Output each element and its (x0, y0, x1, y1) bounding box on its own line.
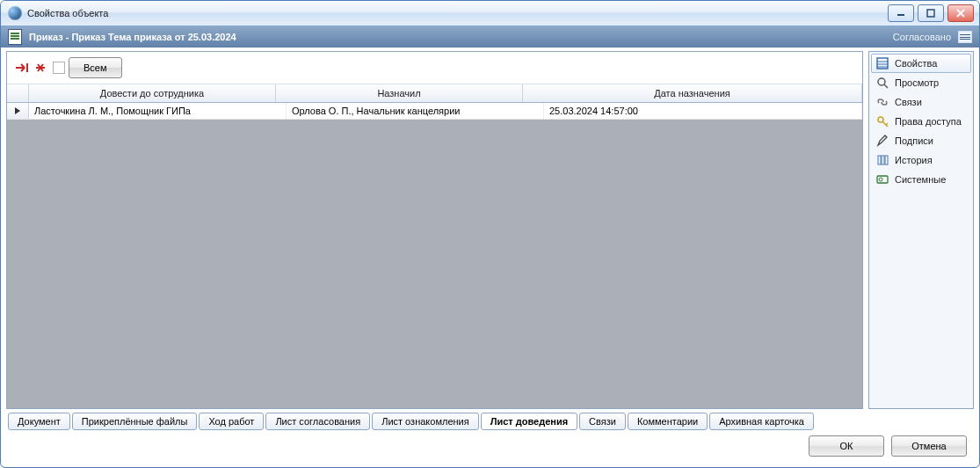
maximize-button[interactable] (918, 4, 944, 22)
svg-line-13 (884, 84, 888, 88)
document-status: Согласовано (893, 32, 951, 42)
sidenav-item-signatures[interactable]: Подписи (871, 131, 971, 150)
sidenav-item-preview[interactable]: Просмотр (871, 73, 971, 92)
tab-strip: Документ Прикреплённые файлы Ход работ Л… (6, 411, 974, 430)
assign-all-button[interactable]: Всем (69, 57, 122, 78)
maximize-icon (926, 9, 935, 18)
ok-label: ОК (840, 441, 853, 451)
svg-line-16 (886, 123, 888, 125)
col-header-employee[interactable]: Довести до сотрудника (29, 84, 276, 102)
sidenav-item-links[interactable]: Связи (871, 92, 971, 112)
col-header-assigned-at[interactable]: Дата назначения (523, 84, 862, 102)
tab-links[interactable]: Связи (579, 413, 626, 430)
minimize-icon (897, 9, 905, 18)
delete-row-button[interactable] (33, 60, 49, 76)
sidenav-item-label: Подписи (895, 135, 933, 146)
tab-archive-card[interactable]: Архивная карточка (709, 413, 814, 430)
link-icon (875, 95, 889, 109)
svg-point-12 (878, 78, 885, 85)
window-title: Свойства объекта (27, 8, 888, 18)
grid-corner (7, 84, 29, 102)
search-icon (875, 76, 889, 90)
sidenav-item-history[interactable]: История (871, 150, 971, 170)
sidenav-item-properties[interactable]: Свойства (871, 54, 971, 73)
tab-workflow[interactable]: Ход работ (199, 413, 264, 430)
svg-rect-1 (927, 10, 934, 17)
col-header-assigned-by[interactable]: Назначил (276, 84, 523, 102)
row-indicator-icon (7, 103, 29, 119)
document-header: Приказ - Приказ Тема приказа от 25.03.20… (1, 26, 979, 48)
main-panel: Всем Довести до сотрудника Назначил Дата… (6, 51, 863, 409)
cancel-label: Отмена (911, 441, 946, 451)
minimize-button[interactable] (888, 4, 914, 22)
close-icon (956, 9, 965, 18)
tab-comments[interactable]: Комментарии (628, 413, 708, 430)
footer: ОК Отмена (6, 430, 974, 462)
content-row: Всем Довести до сотрудника Назначил Дата… (6, 51, 974, 409)
document-caption: Приказ - Приказ Тема приказа от 25.03.20… (29, 32, 236, 42)
sidenav-item-system[interactable]: Системные (871, 170, 971, 189)
assign-all-label: Всем (83, 62, 107, 73)
toolbar: Всем (7, 52, 862, 84)
tab-attachments[interactable]: Прикреплённые файлы (72, 413, 198, 430)
grid: Довести до сотрудника Назначил Дата назн… (7, 84, 862, 408)
sidenav-item-label: История (895, 155, 933, 165)
svg-point-21 (879, 178, 882, 181)
system-buttons (888, 4, 979, 22)
grid-header: Довести до сотрудника Назначил Дата назн… (7, 84, 862, 103)
properties-icon (875, 56, 889, 70)
titlebar: Свойства объекта (1, 1, 979, 26)
side-nav: Свойства Просмотр Связи Права доступа По… (868, 51, 974, 409)
table-row[interactable]: Ласточкина Л. М., Помощник ГИПа Орлова О… (7, 103, 862, 120)
svg-rect-19 (885, 156, 888, 165)
svg-rect-17 (878, 156, 881, 165)
document-icon (8, 29, 22, 45)
sidenav-item-label: Связи (895, 97, 922, 107)
tab-distribution-sheet[interactable]: Лист доведения (481, 413, 577, 430)
client-area: Всем Довести до сотрудника Назначил Дата… (1, 48, 979, 467)
app-icon (8, 6, 22, 20)
history-icon (875, 153, 889, 167)
add-row-button[interactable] (14, 60, 30, 76)
grid-body[interactable]: Ласточкина Л. М., Помощник ГИПа Орлова О… (7, 103, 862, 408)
sidenav-item-label: Системные (895, 174, 946, 185)
checkbox-placeholder[interactable] (53, 62, 65, 74)
system-icon (875, 172, 889, 186)
tab-approval-sheet[interactable]: Лист согласования (265, 413, 370, 430)
cell-assigned-by[interactable]: Орлова О. П., Начальник канцелярии (287, 103, 544, 119)
sidenav-item-access[interactable]: Права доступа (871, 112, 971, 131)
cell-assigned-at[interactable]: 25.03.2024 14:57:00 (544, 103, 862, 119)
ok-button[interactable]: ОК (809, 435, 884, 457)
tab-document[interactable]: Документ (8, 413, 70, 430)
tab-acknowledgement-sheet[interactable]: Лист ознакомления (372, 413, 479, 430)
window-root: Свойства объекта Приказ - Приказ Тема пр… (0, 0, 980, 468)
cell-employee[interactable]: Ласточкина Л. М., Помощник ГИПа (29, 103, 287, 119)
close-button[interactable] (947, 4, 974, 22)
sidenav-item-label: Права доступа (895, 116, 962, 127)
document-menu-button[interactable] (958, 31, 972, 43)
cancel-button[interactable]: Отмена (891, 435, 967, 457)
sidenav-item-label: Просмотр (895, 77, 939, 88)
sidenav-item-label: Свойства (895, 58, 937, 69)
key-icon (875, 114, 889, 128)
pen-icon (875, 134, 889, 148)
svg-rect-18 (882, 156, 884, 165)
